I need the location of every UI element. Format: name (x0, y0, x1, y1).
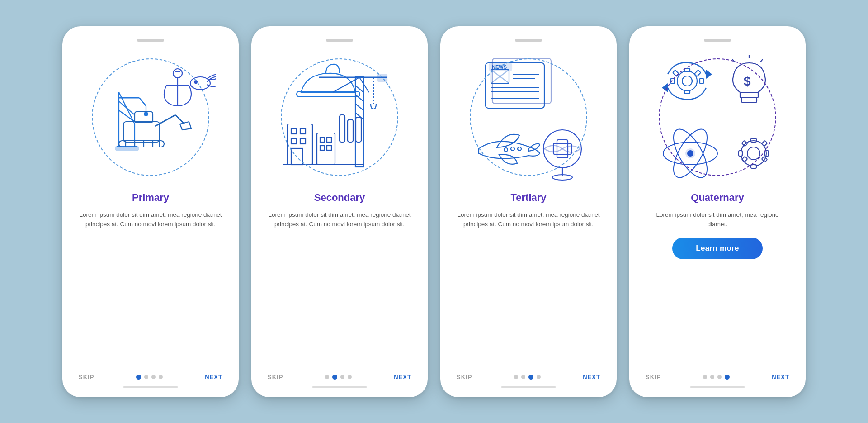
primary-title: Primary (132, 192, 169, 204)
svg-line-89 (760, 59, 763, 62)
primary-home-bar (123, 386, 178, 388)
illustration-quaternary: $ (650, 47, 785, 187)
secondary-skip[interactable]: SKIP (268, 374, 283, 380)
secondary-home-bar (312, 386, 367, 388)
dot-3-2 (521, 375, 525, 379)
learn-more-button[interactable]: Learn more (672, 238, 763, 259)
dot-4-1 (703, 375, 707, 379)
tertiary-title: Tertiary (510, 192, 546, 204)
dot-4-2 (710, 375, 714, 379)
quaternary-home-bar (690, 386, 745, 388)
secondary-dots (325, 375, 352, 380)
phones-container: Primary Lorem ipsum dolor sit dim amet, … (62, 26, 806, 397)
primary-dots (136, 375, 163, 380)
quaternary-nav: SKIP NEXT (642, 374, 793, 380)
dot-3-4 (537, 375, 541, 379)
phone-speaker-4 (704, 39, 731, 42)
dashed-circle-secondary (281, 58, 398, 176)
illustration-primary (83, 47, 218, 187)
dot-1-3 (151, 375, 156, 379)
tertiary-home-bar (501, 386, 556, 388)
dot-2-1 (325, 375, 329, 379)
primary-nav: SKIP NEXT (75, 374, 226, 380)
phone-speaker-1 (137, 39, 164, 42)
primary-next[interactable]: NEXT (205, 374, 222, 380)
secondary-title: Secondary (314, 192, 365, 204)
dot-4-3 (717, 375, 722, 379)
phone-primary: Primary Lorem ipsum dolor sit dim amet, … (62, 26, 239, 397)
tertiary-nav: SKIP NEXT (453, 374, 604, 380)
quaternary-title: Quaternary (691, 192, 744, 204)
quaternary-skip[interactable]: SKIP (646, 374, 661, 380)
phone-tertiary: NEWS (440, 26, 617, 397)
secondary-description: Lorem ipsum dolor sit dim amet, mea regi… (264, 210, 415, 229)
dot-4-4 (725, 375, 730, 380)
secondary-next[interactable]: NEXT (394, 374, 411, 380)
dot-2-2 (332, 375, 337, 380)
illustration-secondary (272, 47, 407, 187)
phone-quaternary: $ (629, 26, 806, 397)
dashed-circle-quaternary (659, 58, 776, 176)
tertiary-description: Lorem ipsum dolor sit dim amet, mea regi… (453, 210, 604, 229)
dot-1-2 (144, 375, 148, 379)
dot-2-4 (348, 375, 352, 379)
quaternary-description: Lorem ipsum dolor sit dim amet, mea regi… (642, 210, 793, 229)
dot-3-1 (514, 375, 518, 379)
tertiary-skip[interactable]: SKIP (457, 374, 472, 380)
dashed-circle-tertiary (470, 58, 587, 176)
secondary-nav: SKIP NEXT (264, 374, 415, 380)
primary-description: Lorem ipsum dolor sit dim amet, mea regi… (75, 210, 226, 229)
dot-2-3 (340, 375, 344, 379)
primary-skip[interactable]: SKIP (79, 374, 94, 380)
phone-secondary: Secondary Lorem ipsum dolor sit dim amet… (251, 26, 428, 397)
quaternary-dots (703, 375, 730, 380)
tertiary-dots (514, 375, 541, 380)
dot-1-1 (136, 375, 141, 380)
quaternary-next[interactable]: NEXT (772, 374, 789, 380)
dot-3-3 (528, 375, 533, 380)
dot-1-4 (159, 375, 163, 379)
dashed-circle-primary (92, 58, 209, 176)
phone-speaker-3 (515, 39, 542, 42)
phone-speaker-2 (326, 39, 353, 42)
tertiary-next[interactable]: NEXT (583, 374, 600, 380)
illustration-tertiary: NEWS (461, 47, 596, 187)
